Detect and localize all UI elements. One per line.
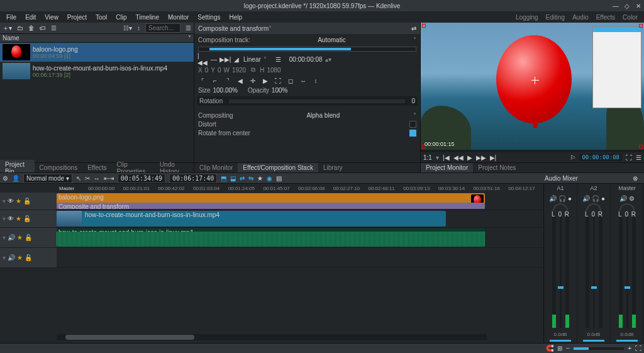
- menu-clip[interactable]: Clip: [112, 13, 130, 22]
- fit-zoom-icon[interactable]: ⛶: [635, 345, 641, 352]
- handle-br[interactable]: [639, 145, 643, 148]
- keyframe-time[interactable]: 00:00:00:08: [289, 56, 323, 63]
- play-icon[interactable]: ▶: [467, 154, 472, 161]
- rotation-slider[interactable]: [229, 99, 405, 103]
- clip-composite[interactable]: Composite and transform: [57, 203, 485, 209]
- zoom-out-icon[interactable]: −: [566, 345, 570, 352]
- record-icon[interactable]: ◉: [267, 175, 272, 182]
- lock-icon[interactable]: 🔓: [25, 254, 32, 261]
- size-value[interactable]: 100.00%: [213, 87, 237, 94]
- pan-knob[interactable]: L0R: [552, 203, 569, 213]
- timeline-scrollbar[interactable]: [57, 334, 487, 340]
- menu-settings[interactable]: Settings: [194, 13, 224, 22]
- tool-icon[interactable]: ⇄: [240, 175, 245, 182]
- options-icon[interactable]: ☰: [186, 25, 191, 31]
- db-value[interactable]: 0.0dB: [554, 332, 567, 337]
- clip-audio[interactable]: how-to-create-mount-and-burn-isos-in-lin…: [57, 228, 485, 247]
- align-t-icon[interactable]: ⌐: [211, 76, 219, 85]
- center-crosshair[interactable]: [531, 77, 539, 84]
- timeline-ruler[interactable]: Master 00:00:00:0000:00:21:0100:00:42:02…: [0, 184, 543, 193]
- rotation-value[interactable]: 0: [411, 98, 415, 104]
- menu-tool[interactable]: Tool: [92, 13, 111, 22]
- effects-icon[interactable]: ★: [16, 198, 21, 205]
- layout-color[interactable]: Color: [619, 13, 641, 22]
- zone-icon[interactable]: ⇤⇥: [104, 175, 114, 182]
- zone-out-icon[interactable]: ▶|: [490, 154, 497, 161]
- clip-video[interactable]: how-to-create-mount-and-burn-isos-in-lin…: [57, 211, 446, 227]
- handle-tr[interactable]: [639, 24, 643, 28]
- layout-audio[interactable]: Audio: [569, 13, 592, 22]
- pan-knob[interactable]: L0R: [585, 203, 602, 213]
- mute-icon[interactable]: 👁: [8, 215, 14, 222]
- opacity-value[interactable]: 100%: [272, 87, 288, 94]
- align-r-icon[interactable]: ▶: [261, 76, 270, 85]
- menu-help[interactable]: Help: [226, 13, 247, 22]
- y-value[interactable]: 0: [218, 67, 221, 74]
- mute-icon[interactable]: 🔊: [582, 195, 590, 202]
- comp-track-value[interactable]: Automatic: [318, 36, 345, 43]
- effects-icon[interactable]: ★: [17, 234, 23, 241]
- effects-icon[interactable]: ★: [17, 254, 23, 261]
- menu-monitor[interactable]: Monitor: [164, 13, 192, 22]
- pan-knob[interactable]: L0R: [618, 203, 636, 213]
- collapse-icon[interactable]: ▾: [3, 234, 6, 241]
- keyframe-ruler[interactable]: [198, 47, 416, 52]
- settings-icon[interactable]: ⚙: [629, 195, 635, 202]
- folder-icon[interactable]: 🗀: [17, 25, 23, 31]
- add-keyframe-icon[interactable]: —: [209, 55, 218, 64]
- layout-effects[interactable]: Effects: [592, 13, 619, 22]
- handle-tl[interactable]: [422, 24, 426, 28]
- mute-icon[interactable]: 🔊: [8, 254, 15, 261]
- collapse-icon[interactable]: ▾: [3, 198, 6, 205]
- menu-edit[interactable]: Edit: [21, 13, 40, 22]
- next-keyframe-icon[interactable]: ▶▶|: [221, 55, 230, 64]
- tag-icon[interactable]: 🏷: [40, 25, 46, 31]
- volume-slider[interactable]: [560, 217, 562, 328]
- monitor-menu-icon[interactable]: ☰: [636, 154, 641, 161]
- spacer-icon[interactable]: ↔: [94, 175, 100, 182]
- h-value[interactable]: 1080: [267, 67, 280, 74]
- tab-project-monitor[interactable]: Project Monitor: [421, 163, 473, 172]
- compositing-value[interactable]: Alpha blend: [306, 112, 340, 119]
- tab-effects[interactable]: Effects: [82, 163, 111, 172]
- rec-icon[interactable]: ●: [601, 195, 605, 202]
- volume-slider[interactable]: [593, 217, 595, 328]
- tl-tc1[interactable]: 00:05:34:49: [118, 174, 165, 183]
- lock-icon[interactable]: 🔓: [23, 215, 31, 222]
- effect-menu-icon[interactable]: ⇄: [411, 25, 416, 32]
- stepper-icon[interactable]: ▴▾: [325, 56, 331, 63]
- layout-logging[interactable]: Logging: [512, 13, 542, 22]
- fitw-icon[interactable]: ↔: [299, 76, 308, 85]
- zoom-slider[interactable]: [574, 347, 624, 350]
- w-value[interactable]: 1920: [232, 67, 246, 74]
- lock-icon[interactable]: 🔓: [25, 234, 32, 241]
- preview-render-icon[interactable]: ▤: [276, 175, 282, 182]
- align-tl-icon[interactable]: ⌜: [198, 76, 207, 85]
- thumbs-icon[interactable]: ⊞: [557, 345, 562, 352]
- menu-timeline[interactable]: Timeline: [132, 13, 163, 22]
- fit-icon[interactable]: ⛶: [274, 76, 282, 85]
- effects-icon[interactable]: ★: [16, 215, 21, 222]
- layout-editing[interactable]: Editing: [542, 13, 569, 22]
- tl-tc2[interactable]: 00:06:17:40: [169, 174, 217, 183]
- solo-icon[interactable]: 🎧: [592, 195, 599, 202]
- fith-icon[interactable]: ↕: [311, 76, 320, 85]
- tool-icon[interactable]: ⬓: [230, 175, 236, 182]
- search-input[interactable]: [145, 23, 180, 33]
- db-value[interactable]: 0.0dB: [621, 332, 634, 337]
- zoom-ratio[interactable]: 1:1: [423, 154, 432, 161]
- menu-view[interactable]: View: [41, 13, 62, 22]
- mute-icon[interactable]: 🔊: [8, 234, 15, 241]
- tab-project-notes[interactable]: Project Notes: [473, 163, 521, 172]
- delete-icon[interactable]: 🗑: [28, 25, 35, 31]
- solo-icon[interactable]: 🎧: [558, 195, 566, 202]
- rec-icon[interactable]: ●: [568, 195, 572, 202]
- orig-icon[interactable]: ◻: [286, 76, 295, 85]
- tab-clip-monitor[interactable]: Clip Monitor: [194, 163, 238, 172]
- preview-viewport[interactable]: 00:00:01:15: [421, 23, 644, 150]
- maximize-icon[interactable]: ◇: [624, 3, 630, 9]
- mixer-close-icon[interactable]: ⊗: [633, 175, 638, 182]
- align-c-icon[interactable]: ✛: [248, 76, 257, 85]
- zone-in-icon[interactable]: |◀: [443, 154, 450, 161]
- collapse-icon[interactable]: ▾: [3, 254, 6, 261]
